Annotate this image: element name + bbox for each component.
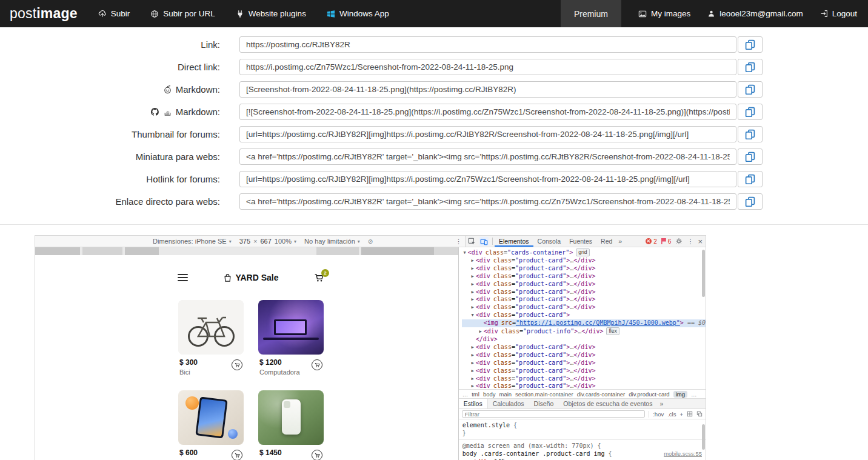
tree-node-product-info: ▶<divclass=product-info>…</div>flex [462,327,706,336]
add-to-cart-icon [232,450,242,460]
tree-node-product-card: ▶<divclass=product-card>…</div> [462,375,706,383]
thumbnail-forums-input[interactable] [239,126,736,142]
hotlink-forums-input[interactable] [239,171,736,187]
cart-count-badge: 2 [321,269,329,277]
copy-markdown-reddit-button[interactable] [738,81,763,98]
nav-upload-by-url-label: Subir por URL [163,9,215,18]
add-to-cart-icon [312,450,322,460]
premium-button[interactable]: Premium [561,0,621,27]
hamburger-menu-icon [178,272,188,283]
issue-count: 6 [668,238,672,245]
styles-tab: Diseño [529,399,559,408]
link-row: Link: [0,36,868,53]
logo-text-bold: image [36,5,77,21]
no-throttle-icon: ⊘ [368,238,373,245]
product-photo-computer [258,300,324,355]
tree-node-product-card-expanded: ▼<divclass=product-card> [462,312,706,319]
direct-web-input[interactable] [239,193,736,210]
my-images-link[interactable]: My images [638,9,690,18]
tree-node-product-card: ▶<divclass=product-card>…</div> [462,273,706,281]
tree-node-product-card: ▶<divclass=product-card>…</div> [462,281,706,288]
tree-node-product-card: ▶<divclass=product-card>…</div> [462,359,706,367]
caret-down-icon: ▾ [358,239,360,244]
expand-arrow-icon: ▶ [470,367,476,375]
windows-icon [327,10,335,18]
expand-arrow-icon: ▶ [470,273,476,281]
copy-direct-link-button[interactable] [738,59,763,75]
direct-web-row: Enlace directo para webs: [0,193,868,210]
tree-node-product-card: ▶<divclass=product-card>…</div> [462,367,706,375]
device-toolbar: Dimensiones: iPhone SE ▾ 375 × 667 100% … [35,236,466,247]
flex-badge: flex [606,327,619,335]
reddit-icon [163,85,172,94]
breadcrumb-item: … [462,391,469,398]
direct-web-label: Enlace directo para webs: [115,196,220,207]
thumbnail-web-label: Miniatura para webs: [136,152,220,162]
caret-down-icon: ▾ [229,239,232,244]
issues-flag-icon [661,238,666,244]
device-toolbar-icon [479,237,489,246]
inspect-icon [468,238,476,245]
logo-text-light: post [10,5,36,21]
postimage-logo[interactable]: postimage [10,5,78,22]
expand-arrow-icon: ▶ [470,296,476,304]
captured-page-area: YARD Sale 2 $ 300 [35,247,459,460]
expand-arrow-icon: ▶ [470,382,476,389]
cart-button: 2 [314,273,324,283]
times-separator: × [253,238,257,245]
nav-website-plugins[interactable]: Website plugins [236,9,306,18]
breadcrumb-item: main [499,391,512,398]
hotlink-forums-label: Hotlink for forums: [146,174,220,184]
styles-filter-input [462,410,646,418]
selected-node-marker: == $0 [687,319,706,326]
nav-upload-by-url[interactable]: Subir por URL [150,9,215,18]
styles-filter-bar: :hov .cls + [459,409,706,419]
more-tabs-chevron: » [616,238,624,245]
styles-tab: Calculados [488,399,529,408]
copy-thumbnail-forums-button[interactable] [738,126,763,142]
nav-upload[interactable]: Subir [98,9,130,18]
separator [492,238,493,245]
media-query-bar [35,247,458,255]
breadcrumb-item: body [483,391,496,398]
copy-direct-web-button[interactable] [738,193,763,210]
markdown-reddit-input[interactable] [239,81,736,98]
product-name: Bici [179,368,232,376]
tree-node-product-card: ▶<divclass=product-card>…</div> [462,352,706,359]
copy-link-button[interactable] [738,36,763,53]
add-to-cart-icon [312,359,322,370]
tree-node-product-card: ▶<divclass=product-card>…</div> [462,265,706,273]
expand-arrow-icon: ▶ [470,257,476,265]
link-input[interactable] [239,36,736,53]
grid-badge: grid [576,248,589,256]
app-header: YARD Sale 2 [169,268,333,287]
kebab-menu-icon: ⋮ [687,238,693,245]
copy-markdown-github-button[interactable] [738,104,763,120]
devtools-tab-bar: Elementos Consola Fuentes Red » 2 6 ⋮ × [466,236,706,247]
images-icon [638,10,647,18]
thumbnail-forums-row: Thumbnail for forums: [0,126,868,142]
tree-node-product-card: ▶<divclass=product-card>…</div> [462,344,706,352]
nav-windows-app-label: Windows App [339,9,389,18]
copy-thumbnail-web-button[interactable] [738,148,763,165]
logout-icon [820,10,828,18]
device-dimensions-label: Dimensiones: iPhone SE [153,238,227,245]
direct-link-input[interactable] [239,59,736,75]
product-photo-phone [258,390,324,445]
copy-hotlink-forums-button[interactable] [738,171,763,187]
breadcrumb-item: div.cards-container [577,391,626,398]
nav-windows-app[interactable]: Windows App [327,9,389,18]
logout-link[interactable]: Logout [820,9,857,18]
uploaded-screenshot-preview[interactable]: Dimensiones: iPhone SE ▾ 375 × 667 100% … [35,235,706,460]
markdown-github-input[interactable] [239,104,736,120]
product-price: $ 300 [179,358,232,367]
more-tabs-chevron: » [657,400,666,407]
thumbnail-web-input[interactable] [239,148,736,165]
cloud-upload-icon [98,10,107,18]
nav-upload-label: Subir [111,9,130,18]
account-menu[interactable]: leooel23m@gmail.com [707,9,803,18]
devtools-tab: Consola [533,236,566,247]
tree-node-product-card: ▶<divclass=product-card>…</div> [462,382,706,389]
devtools-panel: ▼<divclass=cards-container>grid ▶<divcla… [459,247,706,460]
navbar-right: Premium My images leooel23m@gmail.com Lo… [561,0,868,27]
